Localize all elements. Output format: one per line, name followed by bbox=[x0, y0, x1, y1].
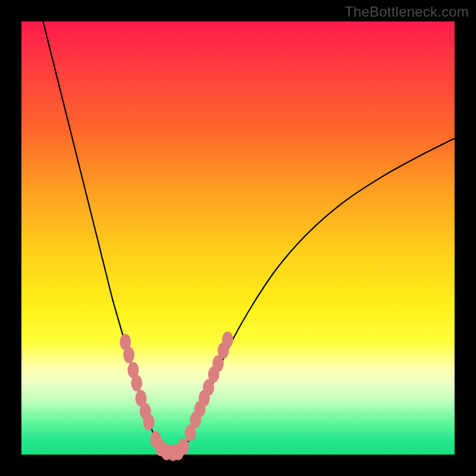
bead-group bbox=[120, 331, 233, 461]
bead-marker bbox=[178, 439, 189, 455]
chart-stage: TheBottleneck.com bbox=[0, 0, 476, 476]
bead-marker bbox=[143, 414, 155, 431]
curve-left-branch bbox=[43, 21, 164, 452]
bead-marker bbox=[222, 331, 233, 348]
curve-layer bbox=[21, 21, 455, 455]
watermark-text: TheBottleneck.com bbox=[345, 4, 469, 20]
bead-marker bbox=[131, 375, 142, 392]
curve-right-branch bbox=[181, 139, 455, 453]
plot-area bbox=[21, 21, 455, 455]
bead-marker bbox=[123, 347, 134, 364]
